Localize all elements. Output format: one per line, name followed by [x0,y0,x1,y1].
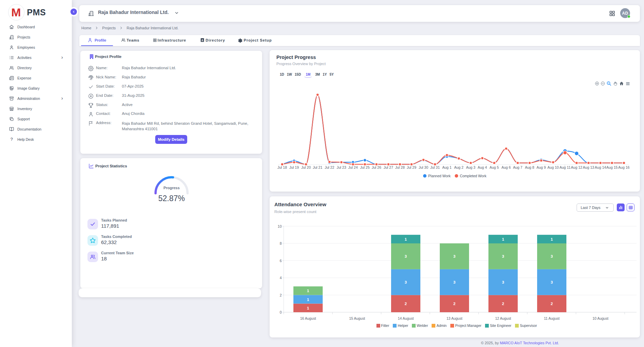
svg-text:Jul 22: Jul 22 [325,165,334,169]
svg-text:Aug 16: Aug 16 [618,165,629,169]
svg-text:Aug 9: Aug 9 [536,165,546,169]
svg-text:2: 2 [453,302,455,306]
svg-text:1: 1 [307,298,309,302]
svg-text:15 August: 15 August [349,316,365,320]
svg-text:8: 8 [280,241,282,245]
svg-text:Aug 7: Aug 7 [513,165,522,169]
svg-text:Aug 11: Aug 11 [560,165,571,169]
svg-text:3: 3 [551,254,553,258]
svg-text:Aug 5: Aug 5 [489,165,499,169]
svg-text:3: 3 [551,280,553,284]
svg-text:Aug 6: Aug 6 [501,165,511,169]
svg-text:2: 2 [280,293,282,297]
svg-text:3: 3 [405,254,407,258]
svg-text:Aug 15: Aug 15 [606,165,617,169]
svg-text:Jul 18: Jul 18 [277,165,287,169]
svg-text:4: 4 [280,276,282,280]
svg-text:Aug 10: Aug 10 [547,165,559,169]
svg-text:14 August: 14 August [398,316,414,320]
svg-text:Jul 30: Jul 30 [419,165,428,169]
svg-text:Jul 24: Jul 24 [348,165,358,169]
svg-text:Aug 12: Aug 12 [571,165,582,169]
svg-text:3: 3 [502,280,504,284]
svg-text:Jul 25: Jul 25 [360,165,370,169]
svg-text:3: 3 [405,280,407,284]
svg-text:Jul 31: Jul 31 [430,165,440,169]
svg-text:1: 1 [307,289,309,293]
svg-text:Jul 26: Jul 26 [372,165,381,169]
svg-text:6: 6 [280,259,282,263]
svg-text:13 August: 13 August [447,316,463,320]
svg-text:Jul 27: Jul 27 [384,165,393,169]
svg-text:1: 1 [405,237,407,241]
svg-text:1: 1 [551,237,553,241]
svg-text:2: 2 [405,302,407,306]
svg-text:2: 2 [551,302,553,306]
svg-text:Jul 28: Jul 28 [395,165,405,169]
svg-text:12 August: 12 August [495,316,511,320]
svg-text:Aug 4: Aug 4 [478,165,487,169]
svg-text:Aug 1: Aug 1 [442,165,452,169]
svg-text:1: 1 [502,237,504,241]
svg-text:Jul 29: Jul 29 [407,165,416,169]
svg-text:3: 3 [502,254,504,258]
svg-text:1: 1 [307,306,309,310]
svg-text:Jul 23: Jul 23 [337,165,346,169]
svg-text:Jul 21: Jul 21 [313,165,322,169]
svg-text:Aug 13: Aug 13 [583,165,594,169]
svg-text:Aug 14: Aug 14 [595,165,606,169]
svg-text:10 August: 10 August [593,316,609,320]
svg-text:Aug 3: Aug 3 [466,165,476,169]
svg-text:16 August: 16 August [300,316,316,320]
svg-text:2: 2 [502,302,504,306]
svg-text:10: 10 [278,224,282,228]
svg-text:3: 3 [453,254,455,258]
svg-text:0: 0 [280,310,282,314]
svg-text:Aug 8: Aug 8 [525,165,534,169]
svg-text:Jul 19: Jul 19 [289,165,299,169]
svg-text:Jul 20: Jul 20 [301,165,311,169]
svg-text:Aug 2: Aug 2 [454,165,464,169]
svg-text:3: 3 [453,280,455,284]
svg-text:11 August: 11 August [544,316,560,320]
